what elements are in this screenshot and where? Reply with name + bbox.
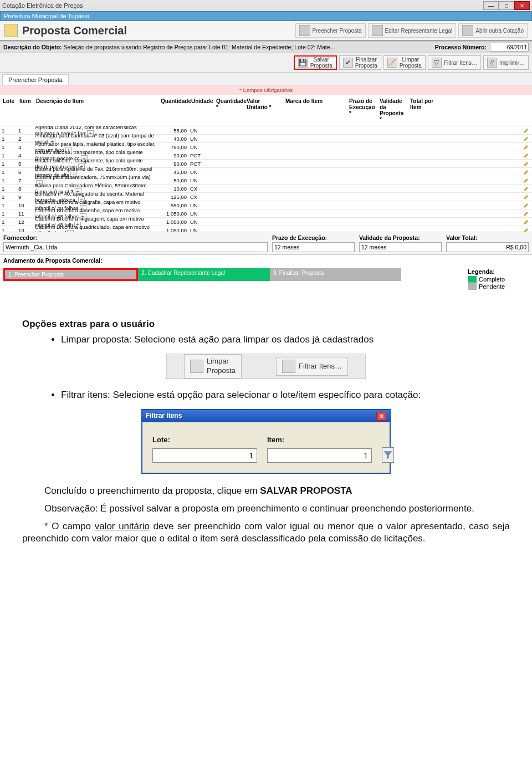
expand-icon[interactable]: + <box>67 230 74 232</box>
action-abrir-cotacao[interactable]: Abrir outra Cotação <box>458 23 528 38</box>
dialog-close-button: ✕ <box>376 412 386 421</box>
page-icon <box>4 24 18 37</box>
col-val: Valor Unitário * <box>245 97 284 124</box>
close-button[interactable]: ✕ <box>514 1 530 10</box>
obj-desc-text: Seleção de propostas visando Registro de… <box>64 44 336 50</box>
filter-icon: ▽ <box>432 58 442 68</box>
finalizar-proposta-button[interactable]: ✔ Finalizar Proposta <box>339 55 381 70</box>
broom-icon <box>190 360 203 373</box>
mini-filtrar-button: Filtrar Itens… <box>276 357 348 376</box>
limpar-proposta-button[interactable]: 🧹 Limpar Proposta <box>383 55 426 70</box>
save-icon: 💾 <box>298 58 308 68</box>
dialog-item-label: Item: <box>267 436 372 445</box>
window-title: Cotação Eletrônica de Preços <box>2 2 83 9</box>
org-subtitle: Prefeitura Municipal de Tupãssi <box>0 11 532 21</box>
minimize-button[interactable]: — <box>483 1 499 10</box>
legend-completo-box <box>468 276 477 283</box>
broom-icon: 🧹 <box>387 58 397 68</box>
obj-desc-label: Descrição do Objeto: <box>3 44 62 50</box>
edit-icon[interactable] <box>523 127 530 134</box>
edit-icon[interactable] <box>523 168 530 175</box>
folder-icon <box>462 25 473 36</box>
inline-screenshot-toolbar: Limpar Proposta Filtrar Itens… <box>166 354 366 379</box>
edit-icon[interactable] <box>523 135 530 142</box>
doc-bullet-limpar: Limpar proposta: Selecione está ação par… <box>61 334 510 346</box>
edit-icon[interactable] <box>523 210 530 217</box>
col-total: Total por Item <box>408 97 447 124</box>
col-prazo: Prazo de Execução * <box>347 97 378 124</box>
legend-pendente: Pendente <box>479 283 505 290</box>
fornecedor-label: Fornecedor: <box>3 234 268 241</box>
action-editar-representante[interactable]: Editar Representante Legal <box>368 23 457 38</box>
tab-preencher-proposta[interactable]: Preencher Proposta <box>2 74 69 85</box>
edit-icon[interactable] <box>523 218 530 225</box>
required-fields-notice: * Campos Obrigatórios <box>0 85 532 95</box>
dialog-filter-button <box>382 447 394 463</box>
funnel-icon <box>382 449 393 461</box>
edit-icon[interactable] <box>523 177 530 183</box>
imprimir-button[interactable]: 🖨 Imprimir… <box>483 55 529 70</box>
edit-icon[interactable] <box>523 144 530 150</box>
doc-p2: Observação: É possível salvar a proposta… <box>22 503 510 515</box>
prazo-label: Prazo de Execução: <box>272 234 355 241</box>
edit-icon[interactable] <box>523 185 530 192</box>
dialog-title: Filtrar Itens <box>146 412 182 421</box>
edit-icon[interactable] <box>523 202 530 208</box>
dialog-lote-input <box>152 448 257 463</box>
edit-icon[interactable] <box>523 227 530 232</box>
step-preencher[interactable]: 1. Preencher Proposta <box>3 268 138 281</box>
total-input <box>446 242 529 252</box>
page-title: Proposta Comercial <box>22 24 127 37</box>
fornecedor-input[interactable] <box>3 242 268 252</box>
doc-bullet-filtrar: Filtrar itens: Selecione está opção para… <box>61 389 510 401</box>
col-marca: Marca do Item <box>284 97 347 124</box>
check-icon: ✔ <box>343 58 353 68</box>
col-un: Unidade <box>190 97 214 124</box>
doc-p3: * O campo valor unitário deve ser preenc… <box>22 520 510 545</box>
proc-label: Processo Número: <box>435 44 487 50</box>
validade-label: Validade da Proposta: <box>359 234 442 241</box>
col-qnt: Quantidade <box>159 97 190 124</box>
mini-limpar-button: Limpar Proposta <box>184 354 242 378</box>
dialog-item-input <box>267 448 372 463</box>
col-valid: Validade da Proposta * <box>378 97 408 124</box>
col-qnt2: Quantidade * <box>214 97 245 124</box>
edit-icon[interactable] <box>523 193 530 200</box>
doc-heading: Opções extras para o usuário <box>22 318 510 330</box>
col-desc: Descrição do Item <box>34 97 159 124</box>
step-finalizar[interactable]: 3. Finalizar Proposta <box>270 268 401 281</box>
printer-icon: 🖨 <box>487 58 497 68</box>
maximize-button[interactable]: □ <box>499 1 514 10</box>
col-item: Item <box>18 97 34 124</box>
filtrar-itens-button[interactable]: ▽ Filtrar Itens… <box>428 55 481 70</box>
doc-p1: Concluído o preenchimento da proposta, c… <box>22 485 510 497</box>
action-preencher-proposta[interactable]: Preencher Proposta <box>295 23 366 38</box>
edit-icon[interactable] <box>523 160 530 167</box>
salvar-proposta-button[interactable]: 💾 Salvar Proposta <box>294 55 337 70</box>
validade-input[interactable] <box>359 242 442 252</box>
proc-number-input[interactable] <box>490 43 529 52</box>
table-row[interactable]: 113Caderno Brochura quadriculado, capa e… <box>0 226 532 232</box>
person-icon <box>372 25 383 36</box>
prazo-input[interactable] <box>272 242 355 252</box>
step-representante[interactable]: 2. Cadastrar Representante Legal <box>138 268 269 281</box>
andamento-label: Andamento da Proposta Comercial: <box>0 254 532 266</box>
legend-label: Legenda: <box>468 268 529 275</box>
dialog-lote-label: Lote: <box>152 436 257 445</box>
legend-completo: Completo <box>479 276 505 283</box>
edit-icon[interactable] <box>523 152 530 158</box>
inline-screenshot-dialog: Filtrar Itens ✕ Lote: Item: <box>141 409 391 474</box>
filter-icon <box>282 360 295 373</box>
col-lote: Lote <box>1 97 18 124</box>
legend-pendente-box <box>468 283 477 290</box>
total-label: Valor Total: <box>446 234 529 241</box>
form-icon <box>299 25 310 36</box>
